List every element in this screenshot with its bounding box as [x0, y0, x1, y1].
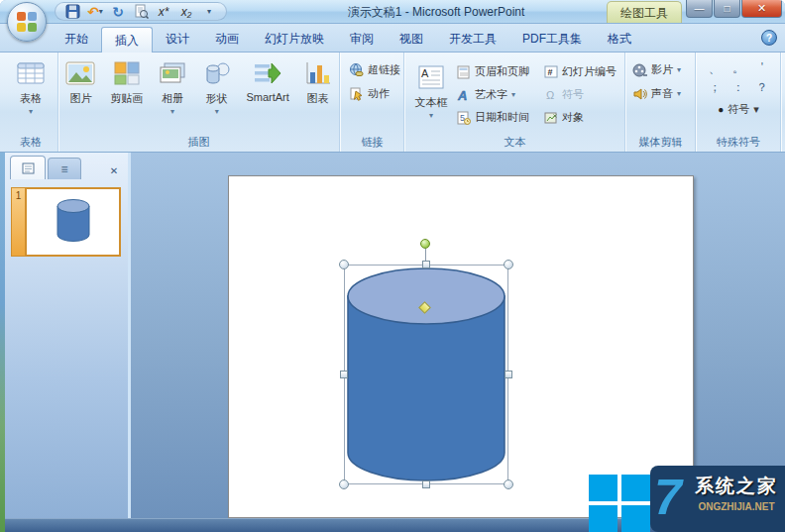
minimize-button[interactable]: —: [686, 0, 713, 18]
tab-home[interactable]: 开始: [52, 26, 101, 52]
tab-slideshow[interactable]: 幻灯片放映: [252, 26, 337, 52]
outline-tab[interactable]: ≡: [48, 158, 81, 179]
ribbon-group-table: 表格 ▾ 表格: [4, 53, 58, 152]
ribbon-tab-row: 开始 插入 设计 动画 幻灯片放映 审阅 视图 开发工具 PDF工具集 格式 ?: [0, 24, 785, 53]
slide-number-button[interactable]: # 幻灯片编号: [544, 60, 617, 83]
close-button[interactable]: ✕: [741, 0, 782, 18]
tab-animations[interactable]: 动画: [202, 26, 252, 52]
tab-view[interactable]: 视图: [387, 26, 436, 52]
selection-outline: [344, 265, 508, 484]
date-time-button[interactable]: 5 日期和时间: [457, 106, 529, 129]
hyperlink-icon: [349, 62, 364, 77]
header-footer-icon: [457, 65, 471, 79]
more-icon: ▾: [207, 7, 211, 16]
redo-button[interactable]: ↻: [109, 3, 127, 20]
omega-symbol-icon: Ω: [544, 88, 558, 102]
slide-thumbnail[interactable]: [25, 187, 121, 257]
svg-text:Ω: Ω: [546, 89, 554, 101]
resize-handle-top-right[interactable]: [504, 260, 513, 269]
print-preview-icon: [134, 4, 149, 19]
symbol-button[interactable]: Ω 符号: [544, 83, 617, 106]
table-button[interactable]: 表格 ▾: [4, 53, 57, 116]
drawing-tools-chip: 绘图工具: [607, 1, 682, 23]
textbox-button[interactable]: A 文本框 ▾: [409, 56, 453, 120]
redo-icon: ↻: [112, 4, 124, 20]
ribbon-group-special-symbols: 、 。 ' ； ： ？ ● 符号 ▾ 特殊符号: [697, 53, 781, 152]
picture-button[interactable]: 图片: [65, 53, 95, 116]
symbol-cell[interactable]: 。: [727, 60, 750, 79]
maximize-button[interactable]: □: [714, 0, 740, 18]
slides-tab-icon: [22, 162, 35, 174]
ribbon-group-media: 影片 ▾ 声音 ▾ 媒体剪辑: [626, 53, 696, 152]
office-button[interactable]: [7, 2, 47, 42]
resize-handle-bottom-right[interactable]: [504, 479, 513, 489]
resize-handle-right[interactable]: [505, 371, 512, 378]
clipart-button[interactable]: 剪贴画: [110, 53, 143, 116]
tab-pdf-tools[interactable]: PDF工具集: [509, 26, 595, 52]
hyperlink-button[interactable]: 超链接: [349, 62, 403, 77]
print-preview-button[interactable]: [132, 3, 150, 20]
symbol-cell[interactable]: 、: [703, 60, 727, 79]
tab-review[interactable]: 审阅: [337, 26, 387, 52]
ribbon-group-text: A 文本框 ▾ 页眉和页脚 A 艺术字 ▾ 5 日期和时间: [405, 53, 625, 152]
tab-insert[interactable]: 插入: [101, 27, 153, 53]
symbol-cell[interactable]: ': [750, 60, 774, 79]
action-button[interactable]: 动作: [349, 86, 403, 101]
bullet-icon: ●: [718, 104, 724, 115]
ribbon: 表格 ▾ 表格 图片 剪贴画: [0, 53, 785, 153]
resize-handle-top-left[interactable]: [339, 260, 349, 269]
symbol-cell[interactable]: ；: [703, 79, 727, 98]
dropdown-arrow-icon: ▾: [215, 107, 219, 116]
undo-dropdown-icon: ▾: [99, 7, 103, 16]
object-button[interactable]: 对象: [544, 106, 617, 129]
superscript-button[interactable]: x*: [155, 3, 172, 20]
shapes-button[interactable]: 形状 ▾: [202, 53, 232, 116]
sound-icon: [632, 87, 647, 101]
resize-handle-left[interactable]: [340, 371, 348, 378]
group-label-media: 媒体剪辑: [626, 135, 695, 150]
watermark-domain: ONGZHIJIA.NET: [690, 501, 783, 512]
slide-number-icon: #: [544, 65, 558, 79]
tab-design[interactable]: 设计: [153, 26, 202, 52]
watermark-brand: 系统之家: [690, 474, 783, 499]
group-label-links: 链接: [341, 135, 403, 150]
date-time-icon: 5: [457, 111, 471, 125]
rotation-handle[interactable]: [420, 239, 430, 249]
subscript-button[interactable]: x₂: [177, 3, 195, 20]
svg-text:#: #: [548, 67, 553, 77]
wordart-icon: A: [457, 88, 471, 102]
ribbon-group-illustrations: 图片 剪贴画 相册 ▾: [58, 53, 340, 152]
undo-button[interactable]: ↶▾: [86, 3, 104, 20]
photo-album-button[interactable]: 相册 ▾: [158, 53, 187, 116]
title-bar: ↶▾ ↻ x* x₂ ▾ 演示文稿1 - Microsoft PowerPoin…: [0, 0, 785, 24]
group-label-table: 表格: [4, 135, 57, 150]
windows-logo-icon: [589, 475, 650, 532]
save-button[interactable]: [63, 3, 81, 20]
picture-icon: [65, 58, 95, 88]
help-button[interactable]: ?: [761, 30, 777, 46]
wordart-button[interactable]: A 艺术字 ▾: [457, 83, 529, 106]
sound-button[interactable]: 声音 ▾: [632, 86, 695, 101]
svg-text:A: A: [457, 88, 467, 102]
smartart-button[interactable]: SmartArt: [246, 53, 288, 116]
special-symbol-button[interactable]: ● 符号 ▾: [697, 102, 780, 117]
movie-button[interactable]: 影片 ▾: [632, 62, 695, 77]
chart-button[interactable]: 图表: [304, 53, 332, 116]
slides-tab[interactable]: [10, 156, 46, 179]
tab-format[interactable]: 格式: [595, 26, 644, 52]
customize-qat-button[interactable]: ▾: [200, 3, 218, 20]
panel-close-button[interactable]: ✕: [106, 163, 122, 179]
resize-handle-bottom[interactable]: [422, 480, 430, 488]
dropdown-arrow-icon: ▾: [170, 107, 174, 116]
symbol-cell[interactable]: ？: [750, 79, 774, 98]
tab-developer[interactable]: 开发工具: [436, 26, 509, 52]
shapes-icon: [202, 58, 232, 88]
dropdown-arrow-icon: ▾: [753, 103, 759, 116]
group-label-special-symbols: 特殊符号: [697, 135, 780, 150]
resize-handle-top[interactable]: [422, 261, 430, 268]
watermark-band: 7 系统之家 ONGZHIJIA.NET: [650, 466, 785, 532]
resize-handle-bottom-left[interactable]: [339, 479, 349, 489]
symbol-cell[interactable]: ：: [727, 79, 750, 98]
dropdown-arrow-icon: ▾: [29, 107, 33, 116]
header-footer-button[interactable]: 页眉和页脚: [457, 60, 529, 83]
